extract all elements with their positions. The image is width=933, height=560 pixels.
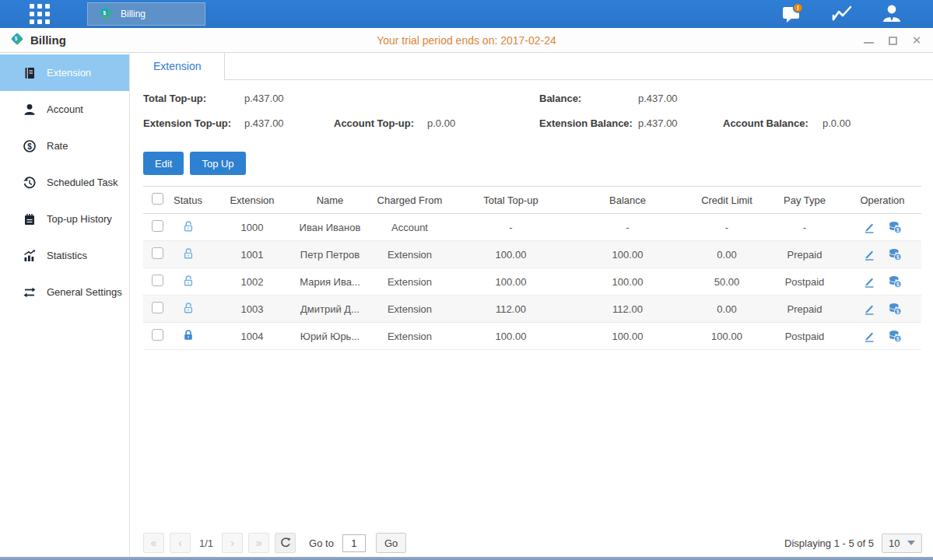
sidebar: Extension Account $ Rate: [0, 53, 130, 557]
app-grid-icon[interactable]: [28, 3, 51, 25]
sidebar-item-label: Account: [47, 103, 83, 115]
edit-pencil-icon[interactable]: [863, 275, 875, 288]
go-button[interactable]: Go: [376, 533, 406, 553]
column-header-status: Status: [167, 187, 209, 214]
edit-pencil-icon[interactable]: [863, 221, 875, 233]
edit-button[interactable]: Edit: [143, 152, 184, 175]
goto-page-input[interactable]: [342, 534, 366, 552]
svg-text:!: !: [797, 4, 799, 12]
name-cell: Дмитрий Д...: [295, 296, 365, 323]
name-cell: Мария Ива...: [295, 268, 365, 296]
table-row[interactable]: 1004Юрий Юрь...Extension100.00100.00100.…: [143, 323, 921, 350]
ledger-icon: [23, 66, 37, 80]
balance-cell: 100.00: [567, 268, 688, 296]
row-checkbox[interactable]: [152, 275, 163, 286]
sidebar-item-topup-history[interactable]: Top-up History: [0, 201, 129, 237]
refresh-icon: [280, 537, 291, 548]
select-all-checkbox[interactable]: [152, 193, 163, 205]
refresh-button[interactable]: [275, 533, 296, 553]
next-page-button[interactable]: ›: [222, 533, 243, 553]
taskbar-item-billing[interactable]: $ Billing: [87, 2, 205, 26]
tab-extension[interactable]: Extension: [130, 53, 225, 80]
svg-text:$: $: [15, 36, 18, 42]
top-up-coins-icon[interactable]: $: [888, 302, 902, 316]
row-checkbox[interactable]: [152, 302, 163, 313]
sidebar-item-scheduled-task[interactable]: Scheduled Task: [0, 164, 129, 201]
operation-cell: $: [844, 275, 921, 289]
maximize-button[interactable]: [887, 35, 898, 46]
window-titlebar: $ Billing Your trial period ends on: 201…: [0, 28, 933, 53]
notifications-chat-icon[interactable]: !: [780, 2, 804, 26]
sidebar-item-statistics[interactable]: Statistics: [0, 237, 129, 274]
row-checkbox[interactable]: [152, 220, 163, 232]
column-header-operation: Operation: [844, 187, 921, 214]
trial-notice: Your trial period ends on: 2017-02-24: [377, 34, 556, 47]
pagination-bar: « ‹ 1/1 › » Go to Go Di: [143, 532, 922, 554]
total-topup-label: Total Top-up:: [143, 93, 206, 104]
balance-cell: 112.00: [567, 296, 688, 323]
charged-from-cell: Account: [365, 214, 454, 241]
table-row[interactable]: 1000Иван ИвановAccount----$: [143, 214, 921, 241]
transfer-arrows-icon: [23, 285, 37, 299]
svg-text:$: $: [896, 254, 900, 261]
top-up-coins-icon[interactable]: $: [888, 329, 902, 343]
extension-cell: 1002: [209, 268, 295, 296]
status-cell: [167, 268, 209, 296]
sidebar-item-label: General Settings: [47, 286, 122, 298]
status-cell: [167, 323, 209, 350]
top-up-coins-icon[interactable]: $: [888, 220, 902, 234]
edit-pencil-icon[interactable]: [863, 303, 875, 315]
operation-cell: $: [844, 220, 921, 234]
prev-page-button[interactable]: ‹: [170, 533, 191, 553]
credit-limit-cell: 0.00: [688, 241, 766, 268]
edit-pencil-icon[interactable]: [863, 248, 875, 261]
sidebar-item-general-settings[interactable]: General Settings: [0, 274, 129, 310]
top-up-button[interactable]: Top Up: [190, 152, 245, 175]
total-topup-cell: 112.00: [454, 296, 567, 323]
pay-type-cell: Prepaid: [766, 241, 844, 268]
operation-cell: $: [844, 329, 921, 343]
close-button[interactable]: ✕: [911, 35, 922, 46]
sidebar-item-rate[interactable]: $ Rate: [0, 128, 129, 164]
billing-window-icon: $: [9, 31, 25, 50]
clock-icon: [23, 176, 37, 190]
extension-topup-value: p.437.00: [244, 117, 284, 129]
column-header-name: Name: [295, 187, 365, 214]
table-row[interactable]: 1002Мария Ива...Extension100.00100.0050.…: [143, 268, 921, 296]
balance-summary: Total Top-up: p.437.00 Balance: p.437.00…: [130, 80, 933, 147]
account-topup-label: Account Top-up:: [334, 117, 414, 129]
table-row[interactable]: 1003Дмитрий Д...Extension112.00112.000.0…: [143, 296, 921, 323]
edit-pencil-icon[interactable]: [863, 330, 875, 342]
column-header-charged-from: Charged From: [365, 187, 454, 214]
charged-from-cell: Extension: [365, 323, 454, 350]
top-up-coins-icon[interactable]: $: [888, 247, 902, 261]
row-checkbox[interactable]: [152, 247, 163, 259]
sidebar-item-extension[interactable]: Extension: [0, 54, 129, 91]
resource-monitor-chart-icon[interactable]: [830, 2, 854, 26]
lock-open-icon: [182, 275, 195, 287]
row-checkbox[interactable]: [152, 329, 163, 341]
extension-cell: 1003: [209, 296, 295, 323]
minimize-button[interactable]: [863, 35, 874, 46]
window-bottom-edge: [0, 557, 933, 560]
pay-type-cell: Postpaid: [766, 268, 844, 296]
total-topup-cell: -: [454, 214, 567, 241]
sidebar-item-label: Statistics: [47, 250, 87, 261]
chevron-down-icon: [907, 541, 915, 545]
first-page-button[interactable]: «: [143, 533, 164, 553]
account-topup-value: p.0.00: [427, 117, 455, 129]
balance-cell: -: [567, 214, 688, 241]
sidebar-item-account[interactable]: Account: [0, 91, 129, 128]
taskbar-item-label: Billing: [121, 9, 146, 19]
top-up-coins-icon[interactable]: $: [888, 275, 902, 289]
page-size-select[interactable]: 10: [882, 534, 922, 553]
main-content: Extension Total Top-up: p.437.00 Balance…: [130, 53, 933, 557]
table-row[interactable]: 1001Петр ПетровExtension100.00100.000.00…: [143, 241, 921, 268]
displaying-info: Displaying 1 - 5 of 5: [784, 537, 874, 549]
user-account-icon[interactable]: [880, 2, 903, 26]
billing-app-window: $ Billing !: [0, 0, 933, 560]
charged-from-cell: Extension: [365, 241, 454, 268]
last-page-button[interactable]: »: [248, 533, 269, 553]
credit-limit-cell: 50.00: [688, 268, 766, 296]
total-topup-cell: 100.00: [454, 268, 567, 296]
